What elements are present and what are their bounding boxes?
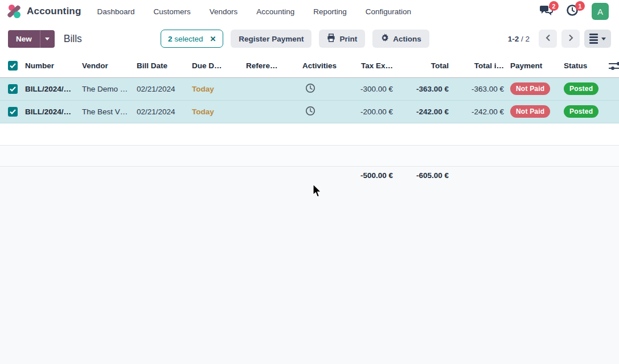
selection-count-text: 2 selected (168, 35, 203, 43)
menu-vendors[interactable]: Vendors (210, 7, 238, 16)
column-header-tax-excluded[interactable]: Tax Ex… (355, 55, 393, 77)
pager: 1-2 / 2 (508, 30, 611, 48)
cell-due-date[interactable]: Today (190, 100, 244, 123)
tax-excluded-sum: -500.00 € (330, 171, 393, 180)
chevron-left-icon (545, 34, 551, 43)
cell-reference[interactable] (244, 77, 300, 100)
cell-total-in-currency[interactable]: -363.00 € (449, 77, 504, 100)
list-view-icon (589, 34, 598, 44)
menu-customers[interactable]: Customers (154, 7, 191, 16)
row-checkbox[interactable] (8, 107, 18, 117)
gear-icon (380, 34, 389, 44)
clear-selection-button[interactable]: ✕ (210, 35, 216, 43)
top-navbar: Accounting Dashboard Customers Vendors A… (0, 0, 619, 23)
user-avatar[interactable]: A (592, 3, 609, 20)
chevron-right-icon (568, 34, 574, 43)
select-all-checkbox[interactable] (8, 61, 18, 71)
optional-columns-icon[interactable] (609, 61, 619, 72)
app-name[interactable]: Accounting (27, 6, 81, 17)
chevron-down-icon (45, 38, 50, 40)
column-header-bill-date[interactable]: Bill Date (134, 55, 190, 77)
bills-list: Number Vendor Bill Date Due D… Refere… A… (0, 55, 619, 189)
pager-previous-button[interactable] (539, 30, 557, 48)
column-header-number[interactable]: Number (23, 55, 80, 77)
cell-number[interactable]: BILL/2024/… (23, 100, 80, 123)
cell-reference[interactable] (244, 100, 300, 123)
cell-total[interactable]: -363.00 € (393, 77, 449, 100)
cell-vendor[interactable]: The Demo … (80, 77, 134, 100)
table-totals-row: -500.00 € -605.00 € (0, 167, 619, 189)
menu-accounting[interactable]: Accounting (256, 7, 294, 16)
view-switcher-button[interactable] (584, 30, 611, 48)
column-header-vendor[interactable]: Vendor (80, 55, 134, 77)
cell-number[interactable]: BILL/2024/… (23, 77, 80, 100)
activities-button[interactable]: 1 (565, 5, 579, 18)
activity-clock-icon[interactable] (305, 86, 315, 95)
column-header-due-date[interactable]: Due D… (190, 55, 244, 77)
cell-total[interactable]: -242.00 € (393, 100, 449, 123)
action-buttons: Register Payment Print (231, 30, 429, 48)
cell-total-in-currency[interactable]: -242.00 € (449, 100, 504, 123)
printer-icon (327, 34, 335, 44)
new-button-group: New (8, 30, 55, 48)
cell-tax-excluded[interactable]: -300.00 € (355, 77, 393, 100)
app-brand[interactable]: Accounting (7, 4, 81, 19)
activity-clock-icon[interactable] (305, 109, 315, 118)
column-header-payment[interactable]: Payment (504, 55, 561, 77)
topbar-systray: 2 1 A (539, 3, 612, 20)
messages-button[interactable]: 2 (539, 5, 553, 18)
cell-bill-date[interactable]: 02/21/2024 (134, 100, 190, 123)
table-header-row: Number Vendor Bill Date Due D… Refere… A… (0, 55, 619, 77)
main-menu: Dashboard Customers Vendors Accounting R… (97, 7, 412, 16)
new-button[interactable]: New (8, 30, 40, 48)
bills-table: Number Vendor Bill Date Due D… Refere… A… (0, 55, 619, 123)
column-header-activities[interactable]: Activities (300, 55, 355, 77)
column-header-total-in-currency[interactable]: Total i… (449, 55, 504, 77)
register-payment-button[interactable]: Register Payment (231, 30, 311, 48)
print-label: Print (339, 35, 357, 43)
messages-count-badge: 2 (549, 1, 559, 11)
pager-next-button[interactable] (561, 30, 580, 48)
pager-range: 1-2 / 2 (508, 35, 530, 43)
menu-configuration[interactable]: Configuration (366, 7, 411, 16)
status-badge: Posted (564, 82, 598, 95)
total-sum: -605.00 € (386, 171, 449, 180)
status-badge: Posted (564, 105, 598, 118)
menu-dashboard[interactable]: Dashboard (97, 7, 135, 16)
table-row[interactable]: BILL/2024/… The Demo … 02/21/2024 Today (0, 77, 619, 100)
page-title: Bills (64, 33, 82, 45)
control-panel: New Bills 2 selected ✕ Register Payment (0, 23, 619, 55)
column-header-total[interactable]: Total (393, 55, 449, 77)
payment-status-badge: Not Paid (510, 82, 550, 95)
cell-tax-excluded[interactable]: -200.00 € (355, 100, 393, 123)
register-payment-label: Register Payment (239, 35, 304, 43)
column-header-status[interactable]: Status (561, 55, 601, 77)
row-checkbox[interactable] (8, 84, 18, 94)
cell-due-date[interactable]: Today (190, 77, 244, 100)
chevron-down-icon (601, 38, 606, 40)
cell-vendor[interactable]: The Best V… (80, 100, 134, 123)
accounting-app-icon (7, 4, 22, 19)
print-button[interactable]: Print (319, 30, 365, 48)
column-header-reference[interactable]: Refere… (244, 55, 300, 77)
new-dropdown-toggle[interactable] (40, 30, 55, 48)
payment-status-badge: Not Paid (510, 105, 550, 118)
table-empty-area (0, 123, 619, 146)
menu-reporting[interactable]: Reporting (313, 7, 347, 16)
actions-button[interactable]: Actions (372, 30, 429, 48)
cell-bill-date[interactable]: 02/21/2024 (134, 77, 190, 100)
table-footer-spacer (0, 146, 619, 167)
activities-count-badge: 1 (575, 1, 585, 11)
app-window: Accounting Dashboard Customers Vendors A… (0, 0, 619, 364)
table-row[interactable]: BILL/2024/… The Best V… 02/21/2024 Today (0, 100, 619, 123)
actions-label: Actions (393, 35, 421, 43)
selection-indicator: 2 selected ✕ (161, 30, 223, 48)
